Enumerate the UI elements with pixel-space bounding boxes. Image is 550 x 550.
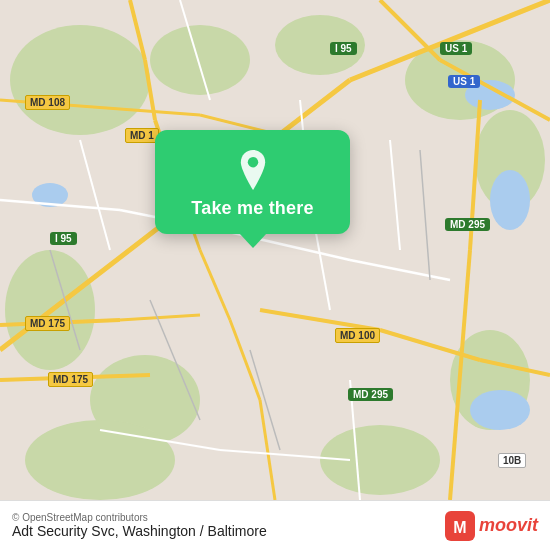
road-label-md175-2: MD 175: [48, 372, 93, 387]
road-label-md1: MD 1: [125, 128, 159, 143]
svg-point-1: [10, 25, 150, 135]
road-label-md175-1: MD 175: [25, 316, 70, 331]
popup-card[interactable]: Take me there: [155, 130, 350, 234]
svg-point-13: [470, 390, 530, 430]
road-label-md295-bottom: MD 295: [348, 388, 393, 401]
bottom-bar: © OpenStreetMap contributors Adt Securit…: [0, 500, 550, 550]
road-label-us1-blue: US 1: [448, 75, 480, 88]
attribution: © OpenStreetMap contributors: [12, 512, 267, 523]
svg-text:M: M: [453, 519, 466, 536]
road-label-md100: MD 100: [335, 328, 380, 343]
location-info: © OpenStreetMap contributors Adt Securit…: [12, 512, 267, 539]
moovit-brand-text: moovit: [479, 515, 538, 536]
moovit-icon: M: [445, 511, 475, 541]
svg-point-10: [25, 420, 175, 500]
svg-point-12: [490, 170, 530, 230]
road-label-md108: MD 108: [25, 95, 70, 110]
road-label-i95-top: I 95: [330, 42, 357, 55]
location-pin-icon: [233, 150, 273, 190]
moovit-logo: M moovit: [445, 511, 538, 541]
road-label-md295-right: MD 295: [445, 218, 490, 231]
road-label-us1-top: US 1: [440, 42, 472, 55]
svg-point-2: [150, 25, 250, 95]
road-label-10b: 10B: [498, 453, 526, 468]
map: US 1 I 95 US 1 MD 108 MD 1 I 95 MD 295 M…: [0, 0, 550, 500]
location-name: Adt Security Svc, Washington / Baltimore: [12, 523, 267, 539]
svg-point-52: [247, 157, 257, 167]
road-label-i95-left: I 95: [50, 232, 77, 245]
take-me-there-button[interactable]: Take me there: [191, 198, 313, 219]
